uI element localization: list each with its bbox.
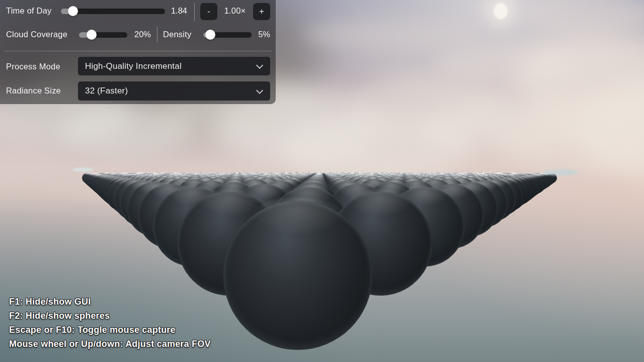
process-mode-select[interactable]: High-Quality Incremental xyxy=(78,57,270,75)
separator xyxy=(4,51,272,51)
divider xyxy=(194,3,195,22)
speed-multiplier-value: 1.00× xyxy=(218,6,252,16)
cloud-coverage-label: Cloud Coverage xyxy=(6,30,67,39)
process-mode-selected: High-Quality Incremental xyxy=(85,57,182,75)
settings-panel: Time of Day 1.84 - 1.00× + Cloud Coverag… xyxy=(0,0,276,104)
divider xyxy=(157,27,157,42)
process-mode-label: Process Mode xyxy=(6,62,60,71)
time-of-day-slider[interactable] xyxy=(61,9,165,14)
help-line: F1: Hide/show GUI xyxy=(9,295,211,309)
help-line: Mouse wheel or Up/down: Adjust camera FO… xyxy=(9,337,211,351)
radiance-size-select[interactable]: 32 (Faster) xyxy=(78,81,270,101)
help-overlay: F1: Hide/show GUI F2: Hide/show spheres … xyxy=(9,295,211,351)
density-label: Density xyxy=(163,30,191,39)
slider-thumb[interactable] xyxy=(87,30,97,40)
cloud-coverage-value: 20% xyxy=(128,30,151,39)
cloud-coverage-slider[interactable] xyxy=(79,32,127,38)
radiance-size-selected: 32 (Faster) xyxy=(85,81,128,101)
chevron-down-icon xyxy=(256,87,263,94)
time-of-day-label: Time of Day xyxy=(6,6,52,16)
density-slider[interactable] xyxy=(203,32,252,38)
help-line: Escape or F10: Toggle mouse capture xyxy=(9,323,211,337)
speed-decrease-button[interactable]: - xyxy=(200,3,217,20)
density-value: 5% xyxy=(254,30,270,39)
slider-thumb[interactable] xyxy=(205,30,215,40)
time-of-day-value: 1.84 xyxy=(164,6,187,16)
chevron-down-icon xyxy=(256,62,263,69)
help-line: F2: Hide/show spheres xyxy=(9,309,211,323)
radiance-size-label: Radiance Size xyxy=(6,86,61,96)
speed-increase-button[interactable]: + xyxy=(253,3,270,20)
slider-thumb[interactable] xyxy=(68,6,78,16)
app-window: Time of Day 1.84 - 1.00× + Cloud Coverag… xyxy=(0,0,644,362)
